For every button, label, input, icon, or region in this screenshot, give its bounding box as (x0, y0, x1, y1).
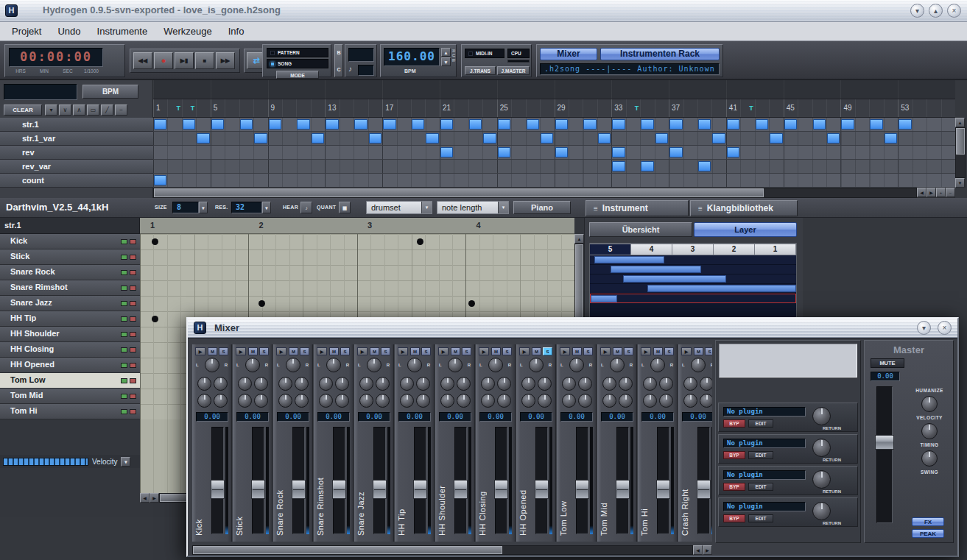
fx-bypass-button[interactable]: BYP (723, 419, 745, 428)
scrollbar-track[interactable] (955, 127, 966, 178)
fx-send-knob[interactable] (400, 377, 414, 391)
ruler-cell[interactable] (826, 99, 840, 117)
scrollbar-track[interactable] (153, 188, 917, 198)
pattern-block[interactable] (383, 119, 395, 130)
record-button[interactable]: ● (154, 52, 173, 69)
channel-play-button[interactable]: ▶ (317, 347, 327, 355)
channel-mute-button[interactable]: M (289, 347, 298, 355)
fx-bypass-button[interactable]: BYP (723, 483, 745, 491)
channel-volume-fader[interactable] (535, 480, 549, 499)
fx-send-knob[interactable] (643, 394, 657, 408)
ruler-cell[interactable] (296, 99, 310, 117)
fx-send-knob[interactable] (238, 394, 252, 408)
instrument-mute-led[interactable] (121, 316, 127, 322)
fx-send-knob[interactable] (602, 377, 616, 391)
pattern-block[interactable] (598, 133, 611, 143)
pattern-block[interactable] (469, 119, 482, 130)
channel-volume-fader[interactable] (373, 480, 387, 499)
fx-bypass-button[interactable]: BYP (723, 451, 745, 459)
note-dot[interactable] (417, 238, 423, 245)
pattern-block[interactable] (583, 119, 596, 130)
ruler-cell[interactable]: T (167, 99, 181, 117)
fx-send-knob[interactable] (643, 377, 657, 391)
pattern-block[interactable] (297, 119, 309, 130)
pattern-block[interactable] (885, 133, 897, 143)
channel-mute-button[interactable]: M (491, 347, 501, 355)
ruler-cell[interactable]: 49 (840, 99, 854, 117)
song-bpm-button[interactable]: BPM (82, 85, 138, 99)
ruler-cell[interactable] (354, 99, 368, 117)
beat-ruler[interactable]: 1234 (140, 218, 574, 234)
ruler-cell[interactable]: 1 (153, 99, 167, 117)
instrument-solo-led[interactable] (130, 378, 136, 383)
instrument-mute-led[interactable] (121, 378, 127, 383)
play-button[interactable]: ▶▮ (175, 52, 194, 69)
fx-send-knob[interactable] (497, 394, 511, 408)
song-position-ruler[interactable]: 1TT59131721252933T3741T454953 (153, 99, 955, 118)
pattern-list-item[interactable]: str.1 (0, 118, 153, 132)
instrument-solo-led[interactable] (130, 270, 136, 275)
pattern-block[interactable] (240, 119, 253, 130)
close-button[interactable]: × (947, 4, 961, 18)
ruler-cell[interactable] (526, 99, 540, 117)
instrument-row[interactable]: HH Tip (0, 311, 140, 327)
instrument-solo-led[interactable] (130, 316, 136, 322)
minimize-button[interactable]: ▾ (910, 4, 924, 18)
ruler-cell[interactable]: 37 (669, 99, 683, 117)
ruler-cell[interactable] (397, 99, 411, 117)
scroll-down-button[interactable]: ▼ (955, 178, 965, 188)
song-grid-row[interactable] (153, 118, 955, 132)
instrument-row[interactable]: Tom Low (0, 373, 140, 389)
ruler-cell[interactable] (511, 99, 525, 117)
ruler-cell[interactable] (311, 99, 325, 117)
layer-header-cell[interactable]: 5 (590, 244, 631, 255)
channel-volume-fader[interactable] (494, 480, 508, 499)
fx-send-knob[interactable] (359, 394, 373, 408)
pan-knob[interactable] (205, 358, 219, 372)
pattern-block[interactable] (655, 133, 668, 143)
pattern-block[interactable] (527, 119, 539, 130)
pattern-block[interactable] (555, 119, 568, 130)
ruler-cell[interactable] (225, 99, 239, 117)
pattern-block[interactable] (269, 119, 281, 130)
ruler-cell[interactable] (196, 99, 210, 117)
fx-edit-button[interactable]: EDIT (748, 483, 773, 491)
layer-row[interactable] (590, 265, 796, 274)
pattern-mode-button[interactable]: PATTERN (267, 48, 328, 57)
channel-solo-button[interactable]: S (300, 347, 309, 355)
pattern-block[interactable] (612, 119, 625, 130)
fx-send-knob[interactable] (683, 394, 697, 408)
main-title-bar[interactable]: H Hydrogen 0.9.5-svn-exported - love_is_… (0, 0, 967, 22)
ruler-cell[interactable] (812, 99, 826, 117)
channel-solo-button[interactable]: S (543, 347, 552, 355)
ruler-cell[interactable]: 41 (726, 99, 740, 117)
instrument-row[interactable]: HH Shoulder (0, 327, 140, 342)
scrollbar-track[interactable] (192, 545, 693, 555)
pan-knob[interactable] (691, 358, 706, 372)
ruler-cell[interactable] (711, 99, 725, 117)
fx-send-knob[interactable] (683, 377, 697, 391)
quantize-button[interactable]: ▦ (339, 202, 351, 213)
fx-send-knob[interactable] (319, 377, 333, 391)
delete-pattern-button[interactable]: − (115, 104, 127, 116)
channel-play-button[interactable]: ▶ (600, 347, 611, 355)
mixer-horizontal-scrollbar[interactable]: ◀ ▶ (192, 545, 712, 555)
song-mode-button[interactable]: SONG (267, 59, 328, 68)
instrument-row[interactable]: HH Closing (0, 342, 140, 358)
channel-play-button[interactable]: ▶ (560, 347, 570, 355)
jack-transport-button[interactable]: J.TRANS (465, 66, 496, 75)
ruler-cell[interactable] (640, 99, 654, 117)
instrument-solo-led[interactable] (130, 394, 136, 399)
clear-pattern-sequence-button[interactable]: CLEAR (4, 104, 42, 116)
channel-play-button[interactable]: ▶ (641, 347, 651, 355)
channel-mute-button[interactable]: M (613, 347, 622, 355)
scroll-right-button[interactable]: ▶ (926, 188, 936, 197)
ruler-cell[interactable]: T (740, 99, 754, 117)
song-vertical-scrollbar[interactable]: ▲ ▼ (955, 118, 966, 188)
channel-play-button[interactable]: ▶ (398, 347, 408, 355)
instrument-row[interactable]: Tom Hi (0, 404, 140, 419)
pattern-block[interactable] (440, 147, 453, 157)
instrument-row[interactable]: Kick (0, 234, 140, 249)
resolution-dropdown-button[interactable]: ▾ (262, 202, 271, 213)
fx-name-display[interactable]: No plugin (723, 470, 806, 480)
